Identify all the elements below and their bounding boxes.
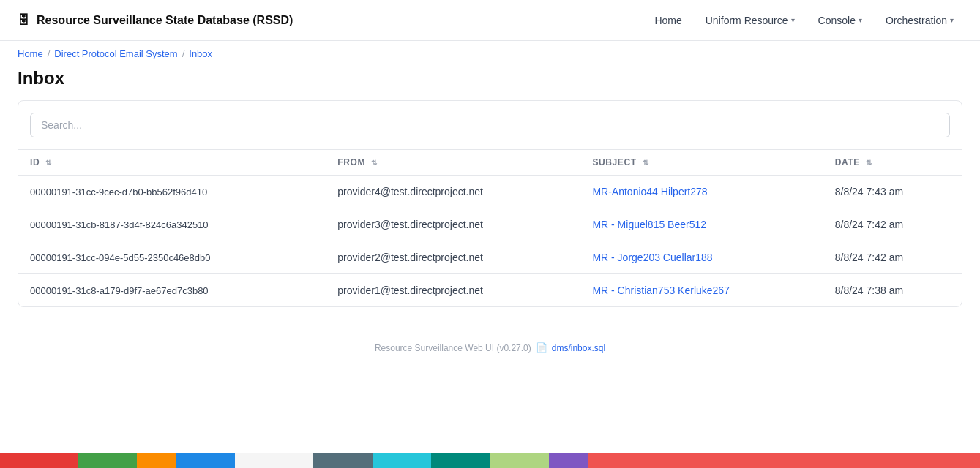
id-sort-icon: ⇅ [45, 159, 52, 167]
cell-date: 8/8/24 7:43 am [823, 176, 962, 208]
brand-icon: 🗄 [18, 14, 29, 27]
cell-id: 00000191-31cc-9cec-d7b0-bb562f96d410 [18, 176, 326, 208]
navbar: 🗄 Resource Surveillance State Database (… [0, 0, 980, 41]
table-body: 00000191-31cc-9cec-d7b0-bb562f96d410prov… [18, 176, 962, 307]
cell-date: 8/8/24 7:42 am [823, 208, 962, 241]
table-row: 00000191-31cb-8187-3d4f-824c6a342510prov… [18, 208, 962, 241]
nav-links: Home Uniform Resource ▾ Console ▾ Orches… [646, 9, 962, 32]
cell-subject: MR - Miguel815 Beer512 [580, 208, 823, 241]
cell-from: provider4@test.directproject.net [326, 176, 580, 208]
orchestration-chevron-icon: ▾ [950, 16, 954, 24]
search-input[interactable] [30, 113, 950, 137]
search-bar [18, 101, 962, 149]
subject-sort-icon: ⇅ [643, 159, 649, 167]
from-sort-icon: ⇅ [371, 159, 378, 167]
breadcrumb-direct-protocol[interactable]: Direct Protocol Email System [54, 48, 177, 59]
table-header-row: ID ⇅ FROM ⇅ SUBJECT ⇅ DATE ⇅ [18, 150, 962, 176]
breadcrumb-home[interactable]: Home [18, 48, 43, 59]
cell-date: 8/8/24 7:38 am [823, 274, 962, 307]
footer: Resource Surveillance Web UI (v0.27.0) 📄… [0, 325, 980, 365]
breadcrumb: Home / Direct Protocol Email System / In… [0, 41, 980, 59]
subject-link[interactable]: MR - Miguel815 Beer512 [592, 219, 706, 230]
col-header-from[interactable]: FROM ⇅ [326, 150, 580, 176]
breadcrumb-current: Inbox [189, 48, 212, 59]
uniform-resource-chevron-icon: ▾ [791, 16, 795, 24]
cell-id: 00000191-31cc-094e-5d55-2350c46e8db0 [18, 241, 326, 274]
console-chevron-icon: ▾ [859, 16, 862, 24]
breadcrumb-sep-1: / [48, 48, 51, 59]
cell-subject: MR - Christian753 Kerluke267 [580, 274, 823, 307]
cell-from: provider3@test.directproject.net [326, 208, 580, 241]
file-icon: 📄 [536, 342, 547, 353]
nav-uniform-resource[interactable]: Uniform Resource ▾ [697, 9, 804, 32]
inbox-table-container: ID ⇅ FROM ⇅ SUBJECT ⇅ DATE ⇅ [18, 100, 962, 307]
subject-link[interactable]: MR - Christian753 Kerluke267 [592, 284, 730, 296]
table-row: 00000191-31cc-094e-5d55-2350c46e8db0prov… [18, 241, 962, 274]
col-header-subject[interactable]: SUBJECT ⇅ [580, 150, 823, 176]
footer-label: Resource Surveillance Web UI (v0.27.0) [375, 343, 531, 353]
nav-home[interactable]: Home [646, 9, 690, 32]
brand: 🗄 Resource Surveillance State Database (… [18, 14, 293, 27]
subject-link[interactable]: MR - Jorge203 Cuellar188 [592, 252, 712, 263]
cell-id: 00000191-31cb-8187-3d4f-824c6a342510 [18, 208, 326, 241]
nav-console[interactable]: Console ▾ [809, 9, 871, 32]
cell-date: 8/8/24 7:42 am [823, 241, 962, 274]
page-title: Inbox [0, 59, 980, 100]
col-header-date[interactable]: DATE ⇅ [823, 150, 962, 176]
cell-from: provider2@test.directproject.net [326, 241, 580, 274]
cell-subject: MR - Jorge203 Cuellar188 [580, 241, 823, 274]
cell-from: provider1@test.directproject.net [326, 274, 580, 307]
date-sort-icon: ⇅ [866, 159, 872, 167]
cell-subject: MR-Antonio44 Hilpert278 [580, 176, 823, 208]
footer-link[interactable]: dms/inbox.sql [552, 343, 605, 353]
col-header-id[interactable]: ID ⇅ [18, 150, 326, 176]
brand-title: Resource Surveillance State Database (RS… [37, 14, 293, 27]
table-head: ID ⇅ FROM ⇅ SUBJECT ⇅ DATE ⇅ [18, 150, 962, 176]
breadcrumb-sep-2: / [182, 48, 185, 59]
table-row: 00000191-31c8-a179-d9f7-ae67ed7c3b80prov… [18, 274, 962, 307]
main-content: ID ⇅ FROM ⇅ SUBJECT ⇅ DATE ⇅ [0, 100, 980, 325]
inbox-table: ID ⇅ FROM ⇅ SUBJECT ⇅ DATE ⇅ [18, 149, 962, 306]
table-row: 00000191-31cc-9cec-d7b0-bb562f96d410prov… [18, 176, 962, 208]
nav-orchestration[interactable]: Orchestration ▾ [877, 9, 962, 32]
cell-id: 00000191-31c8-a179-d9f7-ae67ed7c3b80 [18, 274, 326, 307]
subject-link[interactable]: MR-Antonio44 Hilpert278 [592, 186, 707, 197]
